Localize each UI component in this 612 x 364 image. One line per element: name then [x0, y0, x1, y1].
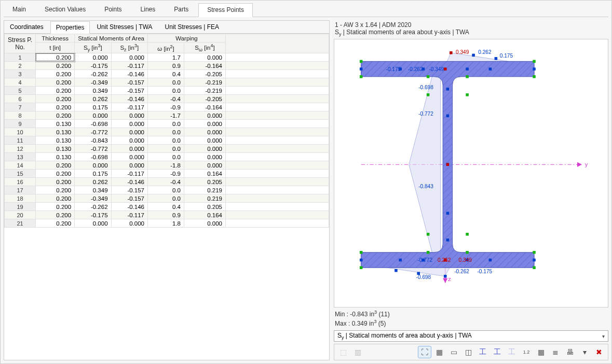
table-row[interactable]: 150.2000.175-0.117-0.90.164: [5, 170, 329, 178]
sub-tab-unit-stresses-fea[interactable]: Unit Stresses | FEA: [159, 21, 225, 33]
sub-tab-properties[interactable]: Properties: [50, 21, 90, 34]
cell-t[interactable]: 0.200: [36, 103, 75, 111]
cell-t[interactable]: 0.200: [36, 53, 75, 62]
fit-icon[interactable]: ⛶: [418, 346, 431, 358]
data-grid[interactable]: Stress P.No. Thickness Statical Moments …: [4, 34, 329, 360]
cell-t[interactable]: 0.200: [36, 70, 75, 78]
values-icon[interactable]: 1.2: [520, 346, 533, 358]
table-row[interactable]: 70.2000.175-0.117-0.9-0.164: [5, 103, 329, 111]
layers-icon[interactable]: ≣: [549, 346, 562, 358]
cell-sy[interactable]: -0.349: [75, 78, 111, 87]
cell-sz[interactable]: -0.146: [111, 70, 147, 78]
cell-sz[interactable]: -0.146: [111, 178, 147, 186]
table-row[interactable]: 170.2000.349-0.1570.00.219: [5, 186, 329, 194]
section-color-icon[interactable]: 工: [476, 346, 489, 358]
cell-t[interactable]: 0.200: [36, 62, 75, 70]
cell-sw[interactable]: 0.164: [184, 211, 225, 219]
cell-omega[interactable]: 1.7: [147, 53, 184, 62]
cell-omega[interactable]: 1.8: [147, 219, 184, 228]
table-row[interactable]: 50.2000.349-0.1570.0-0.219: [5, 87, 329, 95]
cell-omega[interactable]: 0.4: [147, 203, 184, 211]
cell-t[interactable]: 0.200: [36, 87, 75, 95]
cell-t[interactable]: 0.200: [36, 219, 75, 228]
cell-t[interactable]: 0.200: [36, 178, 75, 186]
more-icon[interactable]: ▾: [578, 346, 591, 358]
sub-tab-coordinates[interactable]: Coordinates: [4, 21, 49, 33]
cell-t[interactable]: 0.130: [36, 136, 75, 145]
cell-sy[interactable]: 0.349: [75, 186, 111, 194]
table-row[interactable]: 160.2000.262-0.146-0.40.205: [5, 178, 329, 186]
cell-sy[interactable]: -0.843: [75, 136, 111, 145]
cell-sy[interactable]: 0.349: [75, 87, 111, 95]
table-row[interactable]: 190.200-0.262-0.1460.40.205: [5, 203, 329, 211]
cell-sy[interactable]: -0.262: [75, 203, 111, 211]
cell-omega[interactable]: 0.9: [147, 62, 184, 70]
cell-t[interactable]: 0.130: [36, 145, 75, 153]
result-dropdown[interactable]: Sy | Statical moments of area about y-ax…: [334, 330, 608, 342]
cell-sy[interactable]: -0.175: [75, 211, 111, 219]
cell-omega[interactable]: 0.4: [147, 70, 184, 78]
top-tab-section-values[interactable]: Section Values: [36, 3, 94, 17]
table-row[interactable]: 180.200-0.349-0.1570.00.219: [5, 194, 329, 203]
top-tab-points[interactable]: Points: [96, 3, 130, 17]
cell-sw[interactable]: 0.000: [184, 153, 225, 161]
cell-sy[interactable]: -0.175: [75, 62, 111, 70]
grid-icon[interactable]: ▦: [432, 346, 446, 358]
view1-icon[interactable]: ◫: [461, 346, 475, 358]
table-row[interactable]: 140.2000.0000.000-1.80.000: [5, 161, 329, 170]
cell-sw[interactable]: 0.000: [184, 111, 225, 120]
cell-omega[interactable]: 0.0: [147, 120, 184, 128]
cell-t[interactable]: 0.200: [36, 211, 75, 219]
cell-sy[interactable]: 0.000: [75, 111, 111, 120]
cell-sy[interactable]: -0.772: [75, 145, 111, 153]
cell-sy[interactable]: -0.698: [75, 120, 111, 128]
cell-sw[interactable]: 0.205: [184, 203, 225, 211]
section-canvas[interactable]: y z 0.3490.: [334, 39, 608, 307]
table-row[interactable]: 200.200-0.175-0.1170.90.164: [5, 211, 329, 219]
cell-sy[interactable]: -0.262: [75, 70, 111, 78]
cell-sw[interactable]: -0.219: [184, 78, 225, 87]
cell-omega[interactable]: 0.0: [147, 186, 184, 194]
cell-sy[interactable]: 0.000: [75, 219, 111, 228]
cell-sz[interactable]: -0.157: [111, 186, 147, 194]
table-row[interactable]: 20.200-0.175-0.1170.9-0.164: [5, 62, 329, 70]
cell-sz[interactable]: -0.157: [111, 194, 147, 203]
cell-t[interactable]: 0.200: [36, 203, 75, 211]
cell-sy[interactable]: 0.175: [75, 103, 111, 111]
cell-sz[interactable]: 0.000: [111, 136, 147, 145]
cell-sz[interactable]: 0.000: [111, 120, 147, 128]
cell-sy[interactable]: -0.349: [75, 194, 111, 203]
cell-sy[interactable]: -0.772: [75, 128, 111, 136]
cell-omega[interactable]: 0.0: [147, 153, 184, 161]
cell-omega[interactable]: -1.7: [147, 111, 184, 120]
cell-sz[interactable]: -0.157: [111, 78, 147, 87]
cell-t[interactable]: 0.200: [36, 186, 75, 194]
table-row[interactable]: 10.2000.0000.0001.70.000: [5, 53, 329, 62]
cell-sw[interactable]: 0.000: [184, 136, 225, 145]
cell-sw[interactable]: 0.164: [184, 170, 225, 178]
cell-sw[interactable]: -0.164: [184, 103, 225, 111]
cell-sz[interactable]: -0.117: [111, 211, 147, 219]
cell-sz[interactable]: 0.000: [111, 128, 147, 136]
cell-sw[interactable]: 0.000: [184, 161, 225, 170]
cell-sz[interactable]: 0.000: [111, 53, 147, 62]
cell-sw[interactable]: -0.219: [184, 87, 225, 95]
section-gray-icon[interactable]: 工: [491, 346, 504, 358]
sub-tab-unit-stresses-twa[interactable]: Unit Stresses | TWA: [91, 21, 158, 33]
cell-sy[interactable]: 0.000: [75, 161, 111, 170]
cell-sw[interactable]: -0.164: [184, 62, 225, 70]
table-row[interactable]: 40.200-0.349-0.1570.0-0.219: [5, 78, 329, 87]
cell-t[interactable]: 0.130: [36, 120, 75, 128]
cell-sz[interactable]: 0.000: [111, 153, 147, 161]
cell-omega[interactable]: 0.0: [147, 136, 184, 145]
cell-sy[interactable]: 0.262: [75, 178, 111, 186]
cell-sw[interactable]: 0.219: [184, 194, 225, 203]
cell-sw[interactable]: -0.205: [184, 95, 225, 103]
cell-omega[interactable]: 0.0: [147, 78, 184, 87]
top-tab-main[interactable]: Main: [4, 3, 35, 17]
mesh-icon[interactable]: ▦: [534, 346, 548, 358]
table-row[interactable]: 100.130-0.7720.0000.00.000: [5, 128, 329, 136]
printer-icon[interactable]: 🖶: [563, 346, 577, 358]
cell-sz[interactable]: 0.000: [111, 219, 147, 228]
cell-omega[interactable]: -0.9: [147, 103, 184, 111]
